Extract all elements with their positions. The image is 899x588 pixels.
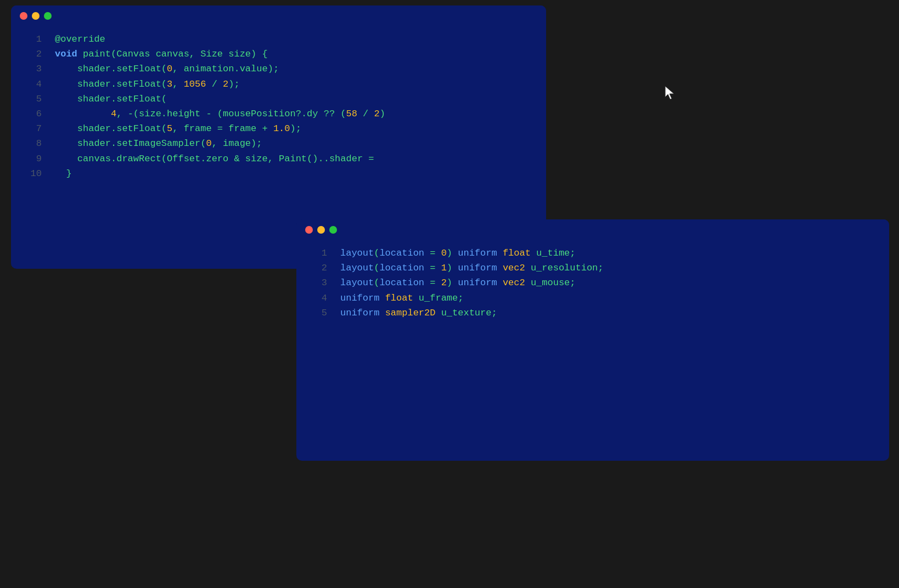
line-number: 2 xyxy=(22,47,42,61)
code-text: layout(location = 2) uniform vec2 u_mous… xyxy=(340,275,576,290)
line-number: 7 xyxy=(22,121,42,136)
minimize-button-1[interactable] xyxy=(32,12,40,20)
code-line-7: 7 shader.setFloat(5, frame = frame + 1.0… xyxy=(22,121,535,136)
line-number: 8 xyxy=(22,136,42,151)
close-button-2[interactable] xyxy=(305,226,313,234)
glsl-line-5: 5 uniform sampler2D u_texture; xyxy=(307,306,878,320)
line-number: 3 xyxy=(307,275,327,290)
maximize-button-2[interactable] xyxy=(329,226,337,234)
glsl-line-3: 3 layout(location = 2) uniform vec2 u_mo… xyxy=(307,275,878,290)
code-text: canvas.drawRect(Offset.zero & size, Pain… xyxy=(55,151,374,166)
line-number: 4 xyxy=(22,77,42,92)
code-line-2: 2 void paint(Canvas canvas, Size size) { xyxy=(22,47,535,61)
line-number: 1 xyxy=(22,32,42,47)
minimize-button-2[interactable] xyxy=(317,226,325,234)
code-text: shader.setFloat(0, animation.value); xyxy=(55,61,279,76)
code-text: uniform float u_frame; xyxy=(340,291,463,306)
titlebar-2 xyxy=(296,219,889,240)
glsl-line-1: 1 layout(location = 0) uniform float u_t… xyxy=(307,246,878,261)
code-line-3: 3 shader.setFloat(0, animation.value); xyxy=(22,61,535,76)
code-text: layout(location = 1) uniform vec2 u_reso… xyxy=(340,261,604,275)
code-text: uniform sampler2D u_texture; xyxy=(340,306,497,320)
code-line-8: 8 shader.setImageSampler(0, image); xyxy=(22,136,535,151)
line-number: 9 xyxy=(22,151,42,166)
maximize-button-1[interactable] xyxy=(44,12,52,20)
code-text: shader.setFloat(3, 1056 / 2); xyxy=(55,77,240,92)
code-line-4: 4 shader.setFloat(3, 1056 / 2); xyxy=(22,77,535,92)
glsl-line-4: 4 uniform float u_frame; xyxy=(307,291,878,306)
code-text: void paint(Canvas canvas, Size size) { xyxy=(55,47,268,61)
dart-code-area: 1 @override 2 void paint(Canvas canvas, … xyxy=(11,26,546,192)
code-line-5: 5 shader.setFloat( xyxy=(22,92,535,106)
close-button-1[interactable] xyxy=(20,12,27,20)
code-text: shader.setFloat(5, frame = frame + 1.0); xyxy=(55,121,301,136)
code-line-1: 1 @override xyxy=(22,32,535,47)
line-number: 1 xyxy=(307,246,327,261)
code-text: layout(location = 0) uniform float u_tim… xyxy=(340,246,576,261)
line-number: 10 xyxy=(22,166,42,181)
titlebar-1 xyxy=(11,5,546,26)
glsl-code-area: 1 layout(location = 0) uniform float u_t… xyxy=(296,240,889,331)
code-text: } xyxy=(55,166,72,181)
line-number: 2 xyxy=(307,261,327,275)
line-number: 5 xyxy=(22,92,42,106)
glsl-code-window: 1 layout(location = 0) uniform float u_t… xyxy=(296,219,889,461)
mouse-cursor-icon xyxy=(664,85,675,100)
line-number: 5 xyxy=(307,306,327,320)
line-number: 6 xyxy=(22,106,42,121)
code-text: @override xyxy=(55,32,105,47)
line-number: 4 xyxy=(307,291,327,306)
code-text: shader.setImageSampler(0, image); xyxy=(55,136,262,151)
code-line-10: 10 } xyxy=(22,166,535,181)
line-number: 3 xyxy=(22,61,42,76)
code-line-6: 6 4, -(size.height - (mousePosition?.dy … xyxy=(22,106,535,121)
code-line-9: 9 canvas.drawRect(Offset.zero & size, Pa… xyxy=(22,151,535,166)
code-text: shader.setFloat( xyxy=(55,92,167,106)
glsl-line-2: 2 layout(location = 1) uniform vec2 u_re… xyxy=(307,261,878,275)
code-text: 4, -(size.height - (mousePosition?.dy ??… xyxy=(55,106,385,121)
